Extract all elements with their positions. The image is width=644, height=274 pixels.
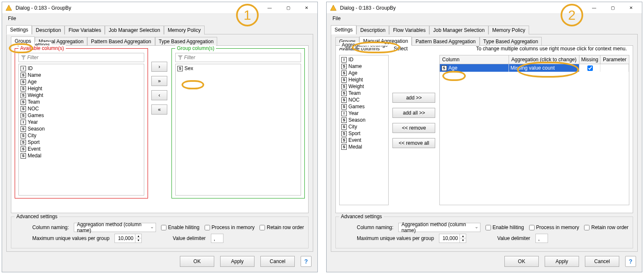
list-item[interactable]: SCity <box>20 132 143 139</box>
tab-job-manager[interactable]: Job Manager Selection <box>429 26 488 34</box>
ok-button[interactable]: OK <box>180 256 214 267</box>
cancel-button[interactable]: Cancel <box>585 256 619 267</box>
list-item[interactable]: SSeason <box>20 125 143 132</box>
tab-flow-variables[interactable]: Flow Variables <box>389 26 429 34</box>
apply-button[interactable]: Apply <box>545 256 579 267</box>
cell-aggregation[interactable]: Missing value count <box>509 64 579 72</box>
list-item[interactable]: SNOC <box>20 105 143 112</box>
list-item[interactable]: SSport <box>340 130 387 137</box>
group-filter[interactable] <box>175 53 301 62</box>
available-columns-list[interactable]: IIDSNameSAgeSHeightSWeightSTeamSNOCSGame… <box>339 55 389 205</box>
tab-description[interactable]: Description <box>32 26 65 34</box>
list-item[interactable]: STeam <box>20 99 143 105</box>
list-item[interactable]: SWeight <box>20 92 143 99</box>
add-all-button[interactable]: » <box>151 76 167 86</box>
list-item[interactable]: SMedal <box>340 144 387 150</box>
th-parameter[interactable]: Parameter <box>600 55 629 64</box>
list-item[interactable]: SGames <box>20 112 143 119</box>
th-column[interactable]: Column <box>440 55 509 64</box>
tab-groups[interactable]: Groups <box>11 37 35 46</box>
max-unique-input[interactable] <box>439 235 460 241</box>
cell-column[interactable]: SAge <box>440 64 509 72</box>
menu-file[interactable]: File <box>330 15 343 22</box>
list-item[interactable]: SEvent <box>340 137 387 144</box>
tab-memory-policy[interactable]: Memory Policy <box>488 26 529 34</box>
spinner-down[interactable]: ▼ <box>135 238 141 243</box>
help-button[interactable]: ? <box>301 256 312 267</box>
remove-one-button[interactable]: ‹ <box>151 90 167 100</box>
tab-job-manager[interactable]: Job Manager Selection <box>105 26 164 34</box>
value-delimiter-input[interactable] <box>211 234 223 243</box>
group-columns-list[interactable]: SSex <box>175 64 301 196</box>
spinner-up[interactable]: ▲ <box>135 234 141 238</box>
remove-all-button[interactable]: << remove all <box>392 138 435 148</box>
tab-type-aggregation[interactable]: Type Based Aggregation <box>155 37 218 46</box>
group-filter-input[interactable] <box>183 54 299 61</box>
spinner-down[interactable]: ▼ <box>460 238 466 243</box>
minimize-button[interactable]: — <box>585 2 603 14</box>
list-item[interactable]: SHeight <box>20 85 143 92</box>
ok-button[interactable]: OK <box>504 256 539 267</box>
remove-button[interactable]: << remove <box>392 123 435 133</box>
cell-missing[interactable] <box>579 64 600 72</box>
max-unique-input[interactable] <box>115 235 135 241</box>
list-item[interactable]: IYear <box>20 119 143 125</box>
list-item[interactable]: SGames <box>340 103 387 110</box>
available-columns-list[interactable]: IIDSNameSAgeSHeightSWeightSTeamSNOCSGame… <box>18 64 144 196</box>
tab-pattern-aggregation[interactable]: Pattern Based Aggregation <box>412 37 479 46</box>
th-aggregation[interactable]: Aggregation (click to change) <box>509 55 579 64</box>
cell-parameter[interactable] <box>600 64 629 72</box>
process-in-memory-checkbox[interactable]: Process in memory <box>205 224 255 230</box>
spinner-up[interactable]: ▲ <box>460 234 466 238</box>
maximize-button[interactable]: ▢ <box>603 2 622 14</box>
list-item[interactable]: SAge <box>340 70 387 76</box>
list-item[interactable]: SHeight <box>340 76 387 83</box>
column-naming-combo[interactable]: Aggregation method (column name) <box>74 223 156 232</box>
minimize-button[interactable]: — <box>260 2 279 14</box>
max-unique-spinner[interactable]: ▲▼ <box>114 234 142 243</box>
tab-flow-variables[interactable]: Flow Variables <box>65 26 105 34</box>
value-delimiter-input[interactable] <box>535 234 548 243</box>
tab-settings[interactable]: Settings <box>6 25 32 34</box>
retain-row-order-checkbox[interactable]: Retain row order <box>260 224 304 230</box>
apply-button[interactable]: Apply <box>220 256 254 267</box>
enable-hiliting-checkbox[interactable]: Enable hiliting <box>486 224 524 230</box>
missing-checkbox[interactable] <box>587 65 593 71</box>
enable-hiliting-checkbox[interactable]: Enable hiliting <box>161 224 200 230</box>
retain-row-order-checkbox[interactable]: Retain row order <box>584 224 628 230</box>
tab-pattern-aggregation[interactable]: Pattern Based Aggregation <box>87 37 155 46</box>
column-naming-combo[interactable]: Aggregation method (column name) <box>398 223 480 232</box>
list-item[interactable]: SName <box>340 63 387 70</box>
cancel-button[interactable]: Cancel <box>260 256 295 267</box>
th-missing[interactable]: Missing <box>579 55 600 64</box>
close-button[interactable]: ✕ <box>622 2 640 14</box>
menu-file[interactable]: File <box>5 15 18 22</box>
list-item[interactable]: IID <box>20 65 143 72</box>
list-item[interactable]: IID <box>340 56 387 63</box>
aggregation-table[interactable]: Column Aggregation (click to change) Mis… <box>439 55 629 205</box>
list-item[interactable]: SEvent <box>20 146 143 152</box>
list-item[interactable]: SName <box>20 72 143 78</box>
remove-all-button[interactable]: « <box>151 104 167 115</box>
list-item[interactable]: SSex <box>177 65 300 72</box>
list-item[interactable]: STeam <box>340 90 387 97</box>
available-filter[interactable] <box>18 53 144 62</box>
list-item[interactable]: SSeason <box>340 117 387 123</box>
list-item[interactable]: SCity <box>340 123 387 130</box>
close-button[interactable]: ✕ <box>297 2 316 14</box>
list-item[interactable]: SNOC <box>340 97 387 103</box>
help-button[interactable]: ? <box>625 256 636 267</box>
tab-manual-aggregation[interactable]: Manual Aggregation <box>359 37 412 46</box>
list-item[interactable]: IYear <box>340 110 387 117</box>
table-row[interactable]: SAgeMissing value count <box>440 64 629 72</box>
max-unique-spinner[interactable]: ▲▼ <box>439 234 466 243</box>
list-item[interactable]: SWeight <box>340 83 387 90</box>
list-item[interactable]: SMedal <box>20 152 143 159</box>
add-all-button[interactable]: add all >> <box>392 108 435 118</box>
tab-memory-policy[interactable]: Memory Policy <box>164 26 205 34</box>
available-filter-input[interactable] <box>26 54 142 61</box>
tab-type-aggregation[interactable]: Type Based Aggregation <box>480 37 542 46</box>
add-button[interactable]: add >> <box>392 93 435 103</box>
list-item[interactable]: SSport <box>20 139 143 146</box>
tab-description[interactable]: Description <box>356 26 389 34</box>
